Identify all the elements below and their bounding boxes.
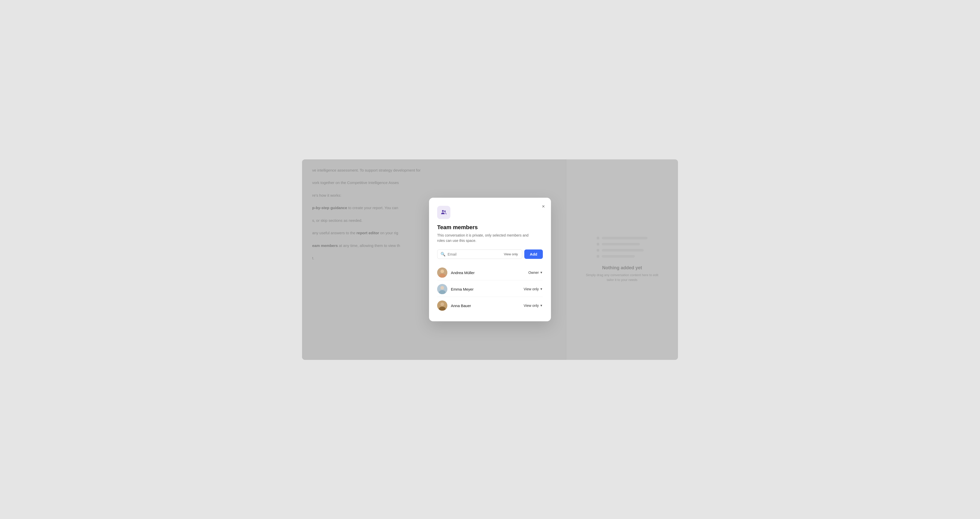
table-row: Emma Meyer View only ▼	[437, 281, 543, 297]
search-row: 🔍 View only Add	[437, 249, 543, 259]
avatar	[437, 300, 447, 311]
app-container: ve intelligence assessment. To support s…	[302, 159, 678, 360]
search-input-wrap[interactable]: 🔍 View only	[437, 249, 522, 259]
team-icon	[440, 209, 447, 216]
member-name: Anna Bauer	[451, 303, 520, 308]
member-list: Andrea Müller Owner ▼ E	[437, 265, 543, 313]
add-button[interactable]: Add	[524, 249, 543, 259]
member-name: Emma Meyer	[451, 287, 520, 291]
svg-point-6	[441, 286, 444, 290]
modal-icon-wrap	[437, 206, 450, 219]
modal-subtitle: This conversation it is private, only se…	[437, 233, 528, 243]
modal-title: Team members	[437, 224, 543, 231]
svg-point-1	[444, 210, 446, 212]
table-row: Andrea Müller Owner ▼	[437, 265, 543, 281]
table-row: Anna Bauer View only ▼	[437, 298, 543, 313]
svg-point-3	[441, 270, 444, 273]
avatar	[437, 268, 447, 278]
modal-overlay: × Team members This conversation it is p…	[302, 159, 678, 360]
svg-point-0	[442, 210, 444, 212]
svg-point-9	[441, 303, 444, 306]
email-search-input[interactable]	[447, 252, 501, 256]
member-role-dropdown[interactable]: View only ▼	[523, 303, 543, 308]
member-name: Andrea Müller	[451, 271, 525, 275]
chevron-down-icon: ▼	[540, 271, 543, 275]
search-icon: 🔍	[441, 252, 445, 257]
close-button[interactable]: ×	[541, 203, 546, 210]
team-members-modal: × Team members This conversation it is p…	[429, 198, 551, 321]
member-role-dropdown[interactable]: View only ▼	[523, 287, 543, 291]
view-only-dropdown[interactable]: View only	[503, 252, 519, 257]
chevron-down-icon: ▼	[540, 287, 543, 291]
avatar	[437, 284, 447, 294]
chevron-down-icon: ▼	[540, 304, 543, 307]
member-role-dropdown[interactable]: Owner ▼	[528, 271, 543, 275]
